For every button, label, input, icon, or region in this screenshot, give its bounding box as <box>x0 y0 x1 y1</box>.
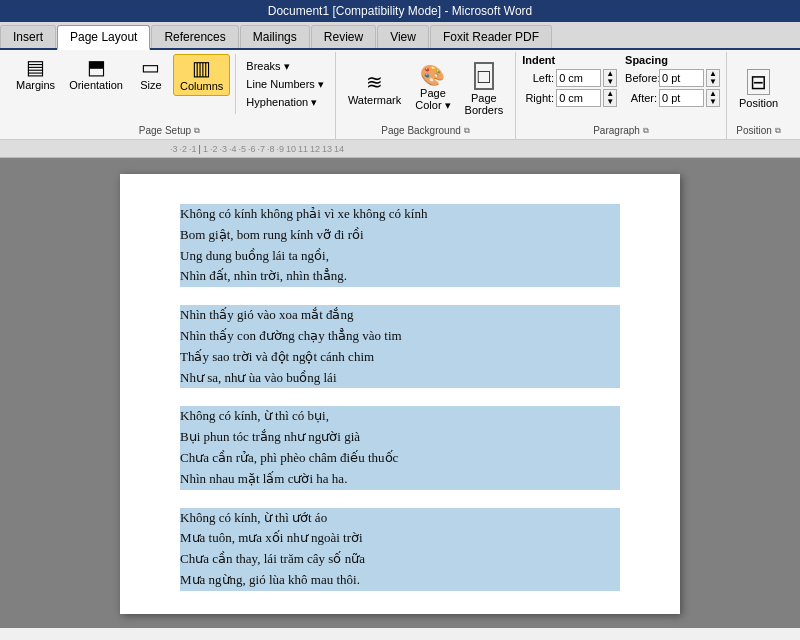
poem-line-2-3: Thấy sao trời và đột ngột cánh chim <box>180 347 620 368</box>
spacing-before-spin[interactable]: ▲ ▼ <box>706 69 720 87</box>
indent-left-row: Left: ▲ ▼ <box>522 69 617 87</box>
position-label: Position <box>739 97 778 109</box>
spacing-before-input[interactable] <box>659 69 704 87</box>
poem-line-1-1: Không có kính không phải vì xe không có … <box>180 204 620 225</box>
orientation-icon: ⬒ <box>87 57 106 77</box>
indent-left-input[interactable] <box>556 69 601 87</box>
margins-button[interactable]: ▤ Margins <box>10 54 61 94</box>
page-setup-text: Page Setup <box>139 125 191 136</box>
margins-icon: ▤ <box>26 57 45 77</box>
poem-line-4-3: Chưa cần thay, lái trăm cây số nữa <box>180 549 620 570</box>
ribbon-group-page-background: ≋ Watermark 🎨 PageColor ▾ □ PageBorders … <box>336 52 516 139</box>
document-area: Không có kính không phải vì xe không có … <box>0 158 800 628</box>
page-color-button[interactable]: 🎨 PageColor ▾ <box>409 62 456 115</box>
position-button[interactable]: ⊟ Position <box>733 66 784 112</box>
indent-left-label: Left: <box>522 72 554 84</box>
poem-line-1-3: Ung dung buồng lái ta ngồi, <box>180 246 620 267</box>
watermark-icon: ≋ <box>366 72 383 92</box>
page-setup-expand-icon: ⧉ <box>194 126 200 136</box>
columns-button[interactable]: ▥ Columns <box>173 54 230 96</box>
watermark-button[interactable]: ≋ Watermark <box>342 69 407 109</box>
spacing-section: Spacing Before: ▲ ▼ After: ▲ ▼ <box>625 54 720 107</box>
page-borders-label: PageBorders <box>465 92 504 116</box>
spacing-before-label: Before: <box>625 72 657 84</box>
paragraph-label[interactable]: Paragraph ⧉ <box>516 124 726 137</box>
poem-stanza-4: Không có kính, ừ thì ướt áo Mưa tuôn, mư… <box>180 508 620 591</box>
ruler-marks: ·3 ·2 ·1 | 1 ·2 ·3 ·4 ·5 ·6 ·7 ·8 ·9 10 … <box>170 144 346 154</box>
poem-stanza-2: Nhìn thấy gió vào xoa mắt đắng Nhìn thấy… <box>180 305 620 388</box>
size-label: Size <box>140 79 161 91</box>
poem-line-4-4: Mưa ngừng, gió lùa khô mau thôi. <box>180 570 620 591</box>
orientation-label: Orientation <box>69 79 123 91</box>
spacing-after-label: After: <box>625 92 657 104</box>
page-background-text: Page Background <box>381 125 461 136</box>
title-text: Document1 [Compatibility Mode] - Microso… <box>268 4 533 18</box>
page-setup-label[interactable]: Page Setup ⧉ <box>4 124 335 137</box>
tab-page-layout[interactable]: Page Layout <box>57 25 150 50</box>
ribbon: ▤ Margins ⬒ Orientation ▭ Size ▥ Columns <box>0 50 800 140</box>
ruler: ·3 ·2 ·1 | 1 ·2 ·3 ·4 ·5 ·6 ·7 ·8 ·9 10 … <box>0 140 800 158</box>
tab-mailings[interactable]: Mailings <box>240 25 310 48</box>
tab-references[interactable]: References <box>151 25 238 48</box>
paragraph-expand-icon: ⧉ <box>643 126 649 136</box>
watermark-label: Watermark <box>348 94 401 106</box>
breaks-button[interactable]: Breaks ▾ <box>241 58 329 75</box>
page-borders-icon: □ <box>474 62 494 90</box>
poem-line-2-2: Nhìn thấy con đường chạy thẳng vào tim <box>180 326 620 347</box>
line-numbers-button[interactable]: Line Numbers ▾ <box>241 76 329 93</box>
tab-foxit[interactable]: Foxit Reader PDF <box>430 25 552 48</box>
poem-line-2-4: Như sa, như ùa vào buồng lái <box>180 368 620 389</box>
tab-view[interactable]: View <box>377 25 429 48</box>
poem-line-1-4: Nhìn đất, nhìn trời, nhìn thẳng. <box>180 266 620 287</box>
indent-right-input[interactable] <box>556 89 601 107</box>
poem-line-3-2: Bụi phun tóc trắng như người già <box>180 427 620 448</box>
size-icon: ▭ <box>141 57 160 77</box>
ribbon-group-paragraph: Indent Left: ▲ ▼ Right: ▲ ▼ <box>516 52 727 139</box>
columns-icon: ▥ <box>192 58 211 78</box>
page-color-label: PageColor ▾ <box>415 87 450 112</box>
poem-line-3-3: Chưa cần rửa, phì phèo châm điếu thuốc <box>180 448 620 469</box>
position-text: Position <box>736 125 772 136</box>
position-icon: ⊟ <box>747 69 770 95</box>
tab-review[interactable]: Review <box>311 25 376 48</box>
paragraph-text: Paragraph <box>593 125 640 136</box>
indent-right-spin[interactable]: ▲ ▼ <box>603 89 617 107</box>
poem-line-1-2: Bom giật, bom rung kính vỡ đi rồi <box>180 225 620 246</box>
poem-line-3-4: Nhìn nhau mặt lấm cười ha ha. <box>180 469 620 490</box>
page-borders-button[interactable]: □ PageBorders <box>459 59 510 119</box>
position-group-label[interactable]: Position ⧉ <box>727 124 790 137</box>
poem-stanza-1: Không có kính không phải vì xe không có … <box>180 204 620 287</box>
ribbon-group-page-setup: ▤ Margins ⬒ Orientation ▭ Size ▥ Columns <box>4 52 336 139</box>
page-color-icon: 🎨 <box>420 65 445 85</box>
poem-line-4-1: Không có kính, ừ thì ướt áo <box>180 508 620 529</box>
indent-section: Indent Left: ▲ ▼ Right: ▲ ▼ <box>522 54 617 107</box>
indent-title: Indent <box>522 54 617 66</box>
spacing-after-input[interactable] <box>659 89 704 107</box>
indent-left-spin[interactable]: ▲ ▼ <box>603 69 617 87</box>
hyphenation-button[interactable]: Hyphenation ▾ <box>241 94 329 111</box>
poem-line-2-1: Nhìn thấy gió vào xoa mắt đắng <box>180 305 620 326</box>
spacing-after-row: After: ▲ ▼ <box>625 89 720 107</box>
indent-right-label: Right: <box>522 92 554 104</box>
ribbon-group-position: ⊟ Position Position ⧉ <box>727 52 790 139</box>
page-background-expand-icon: ⧉ <box>464 126 470 136</box>
poem-stanza-3: Không có kính, ừ thì có bụi, Bụi phun tó… <box>180 406 620 489</box>
poem-line-3-1: Không có kính, ừ thì có bụi, <box>180 406 620 427</box>
tab-bar: Insert Page Layout References Mailings R… <box>0 22 800 50</box>
spacing-title: Spacing <box>625 54 720 66</box>
poem-line-4-2: Mưa tuôn, mưa xối như ngoài trời <box>180 528 620 549</box>
position-expand-icon: ⧉ <box>775 126 781 136</box>
tab-insert[interactable]: Insert <box>0 25 56 48</box>
spacing-after-spin[interactable]: ▲ ▼ <box>706 89 720 107</box>
title-bar: Document1 [Compatibility Mode] - Microso… <box>0 0 800 22</box>
orientation-button[interactable]: ⬒ Orientation <box>63 54 129 94</box>
columns-label: Columns <box>180 80 223 92</box>
size-button[interactable]: ▭ Size <box>131 54 171 94</box>
document-page[interactable]: Không có kính không phải vì xe không có … <box>120 174 680 614</box>
margins-label: Margins <box>16 79 55 91</box>
spacing-before-row: Before: ▲ ▼ <box>625 69 720 87</box>
page-background-label[interactable]: Page Background ⧉ <box>336 124 515 137</box>
indent-right-row: Right: ▲ ▼ <box>522 89 617 107</box>
